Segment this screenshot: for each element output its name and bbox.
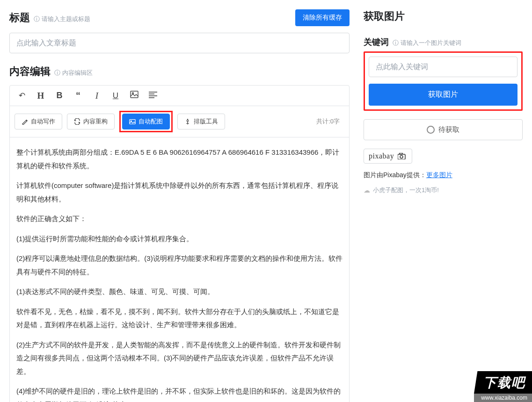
paragraph: (2)生产方式不同的软件是开发，是人类智能的高发挥，而不是传统意义上的硬件制造。… bbox=[16, 338, 343, 379]
title-hint: 请输入主题或标题 bbox=[34, 15, 90, 23]
pending-button[interactable]: 待获取 bbox=[364, 119, 523, 140]
auto-write-label: 自动写作 bbox=[31, 117, 55, 126]
pixabay-text: pixabay bbox=[369, 152, 394, 160]
image-icon[interactable] bbox=[130, 91, 139, 100]
paragraph: 计算机软件(computer software)是指计算机系统中除硬件以外的所有… bbox=[16, 179, 343, 206]
quote-icon[interactable]: “ bbox=[73, 90, 83, 101]
fetch-image-title: 获取图片 bbox=[364, 9, 523, 23]
word-count: 共计:0字 bbox=[316, 117, 344, 126]
italic-icon[interactable]: I bbox=[92, 91, 102, 101]
format-toolbar: ↶ H B “ I U bbox=[10, 86, 349, 106]
content-label: 内容编辑 bbox=[9, 65, 51, 79]
provider-prefix: 图片由Pixabay提供： bbox=[364, 171, 426, 179]
editor: ↶ H B “ I U 自动写作 内 bbox=[9, 85, 350, 402]
auto-write-button[interactable]: 自动写作 bbox=[15, 114, 62, 129]
align-icon[interactable] bbox=[148, 91, 158, 100]
pending-label: 待获取 bbox=[438, 125, 459, 134]
svg-rect-0 bbox=[131, 91, 138, 98]
svg-rect-8 bbox=[398, 154, 405, 159]
paragraph: 软件看不见，无色，枯燥，看不见，摸不到，闻不到。软件大部分存在于人们的头脑或纸上… bbox=[16, 305, 343, 332]
provider-line: 图片由Pixabay提供：更多图片 bbox=[364, 171, 523, 179]
fetch-image-button[interactable]: 获取图片 bbox=[369, 84, 517, 106]
watermark-title: 下载吧 bbox=[474, 371, 532, 394]
paragraph: (2)程序可以满意地处理信息的数据结构。(3)说明程序功能要求和程序需要的文档的… bbox=[16, 252, 343, 279]
layout-tool-button[interactable]: 排版工具 bbox=[177, 114, 225, 129]
content-section-header: 内容编辑 内容编辑区 bbox=[9, 65, 350, 79]
paragraph: (4)维护不同的硬件是旧的，理论上软件是旧的，并不坏，但实际上软件也是旧的和坏的… bbox=[16, 385, 343, 402]
camera-icon bbox=[398, 153, 407, 159]
highlight-auto-image: 自动配图 bbox=[119, 111, 173, 132]
tip-text: 小虎子配图，一次1淘币! bbox=[373, 186, 439, 194]
paragraph: 整个计算机系统由两部分组成：E.69DA 5 E 6 BA 9062616964… bbox=[16, 146, 343, 172]
paragraph: (1)提供运行时所需功能和性能的命令或计算机程序集合。 bbox=[16, 232, 343, 246]
svg-rect-6 bbox=[130, 120, 135, 124]
clear-cache-button[interactable]: 清除所有缓存 bbox=[295, 9, 350, 26]
underline-icon[interactable]: U bbox=[111, 91, 120, 100]
keyword-hint: 请输入一个图片关键词 bbox=[393, 39, 461, 47]
right-panel: 获取图片 关键词 请输入一个图片关键词 获取图片 待获取 pixabay 图片由… bbox=[364, 9, 523, 393]
more-images-link[interactable]: 更多图片 bbox=[426, 171, 452, 179]
restructure-button[interactable]: 内容重构 bbox=[67, 114, 115, 129]
paragraph: (1)表达形式不同的硬件类型、颜色、味道、可见、可摸、可闻。 bbox=[16, 285, 343, 299]
content-hint: 内容编辑区 bbox=[54, 69, 93, 77]
pixabay-badge: pixabay bbox=[364, 149, 412, 164]
article-title-input[interactable] bbox=[9, 33, 350, 53]
title-label: 标题 bbox=[9, 11, 30, 25]
auto-image-label: 自动配图 bbox=[138, 117, 163, 126]
heading-icon[interactable]: H bbox=[36, 91, 45, 101]
left-panel: 标题 请输入主题或标题 清除所有缓存 内容编辑 内容编辑区 ↶ H B “ I … bbox=[9, 9, 350, 393]
svg-rect-10 bbox=[400, 153, 402, 154]
highlight-keyword-box: 获取图片 bbox=[364, 51, 523, 111]
watermark: 下载吧 www.xiazaiba.com bbox=[474, 371, 532, 402]
action-toolbar: 自动写作 内容重构 自动配图 排版工具 共计:0字 bbox=[10, 106, 349, 137]
restructure-label: 内容重构 bbox=[83, 117, 108, 126]
tip-line: 小虎子配图，一次1淘币! bbox=[364, 186, 523, 194]
auto-image-button[interactable]: 自动配图 bbox=[122, 114, 170, 129]
title-section-header: 标题 请输入主题或标题 清除所有缓存 bbox=[9, 9, 350, 26]
keyword-label: 关键词 bbox=[364, 36, 389, 48]
bold-icon[interactable]: B bbox=[55, 91, 64, 100]
keyword-input[interactable] bbox=[369, 57, 517, 77]
layout-tool-label: 排版工具 bbox=[194, 117, 218, 126]
editor-content[interactable]: 整个计算机系统由两部分组成：E.69DA 5 E 6 BA 9062616964… bbox=[10, 137, 349, 402]
svg-point-9 bbox=[400, 156, 403, 158]
watermark-url: www.xiazaiba.com bbox=[474, 394, 532, 402]
undo-icon[interactable]: ↶ bbox=[17, 91, 27, 100]
paragraph: 软件的正确含义如下： bbox=[16, 212, 343, 226]
